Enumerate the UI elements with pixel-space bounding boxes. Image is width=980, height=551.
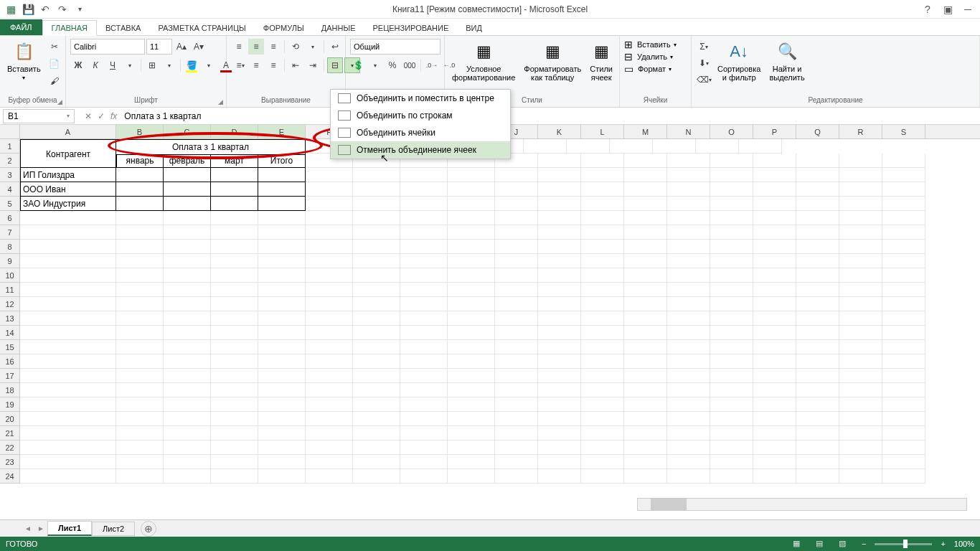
cell-P11[interactable] <box>753 283 796 297</box>
cell-L17[interactable] <box>581 369 624 383</box>
cell-K24[interactable] <box>538 469 581 484</box>
cell-H20[interactable] <box>400 412 448 426</box>
cell-P2[interactable] <box>753 154 796 168</box>
sheet-tab-1[interactable]: Лист1 <box>47 521 92 536</box>
sheet-nav-next[interactable]: ► <box>34 524 47 532</box>
cell-H12[interactable] <box>400 297 448 311</box>
cell-B3[interactable] <box>116 168 164 182</box>
cell-C17[interactable] <box>164 369 211 383</box>
cell-K7[interactable] <box>538 225 581 240</box>
row-header-4[interactable]: 4 <box>0 182 20 197</box>
cell-B5[interactable] <box>116 197 164 211</box>
cell-C20[interactable] <box>164 412 211 426</box>
cell-R23[interactable] <box>839 455 882 469</box>
cell-S4[interactable] <box>882 182 925 197</box>
cell-I3[interactable] <box>448 168 495 182</box>
cell-R20[interactable] <box>839 412 882 426</box>
cell-A8[interactable] <box>20 240 116 254</box>
cell-S18[interactable] <box>882 383 925 397</box>
cell-C12[interactable] <box>164 297 211 311</box>
fill-color-dropdown-icon[interactable]: ▾ <box>201 57 217 73</box>
cell-D22[interactable] <box>211 441 258 455</box>
cell-S8[interactable] <box>882 240 925 254</box>
cell-H8[interactable] <box>400 240 448 254</box>
ribbon-display-icon[interactable]: ▣ <box>941 3 954 16</box>
cell-K12[interactable] <box>538 297 581 311</box>
normal-view-button[interactable]: ▦ <box>793 539 807 549</box>
cell-S21[interactable] <box>882 426 925 441</box>
tab-page-layout[interactable]: РАЗМЕТКА СТРАНИЦЫ <box>149 21 254 35</box>
cell-N7[interactable] <box>667 225 710 240</box>
cell-G17[interactable] <box>353 369 400 383</box>
cell-R18[interactable] <box>839 383 882 397</box>
cell-O11[interactable] <box>710 283 753 297</box>
cell-R3[interactable] <box>839 168 882 182</box>
cell-A23[interactable] <box>20 455 116 469</box>
cell-I6[interactable] <box>448 211 495 225</box>
increase-decimal-button[interactable]: .0→ <box>424 57 440 73</box>
cell-A10[interactable] <box>20 268 116 283</box>
cell-J14[interactable] <box>495 326 538 340</box>
italic-button[interactable]: К <box>88 57 103 73</box>
cell-N15[interactable] <box>667 340 710 354</box>
horizontal-scrollbar[interactable] <box>637 498 967 511</box>
zoom-in-button[interactable]: + <box>941 540 945 548</box>
cell-J16[interactable] <box>495 354 538 369</box>
cell-R16[interactable] <box>839 354 882 369</box>
cell-A11[interactable] <box>20 283 116 297</box>
decrease-font-button[interactable]: A▾ <box>191 39 207 55</box>
cell-D8[interactable] <box>211 240 258 254</box>
cell-B14[interactable] <box>116 326 164 340</box>
cell-P12[interactable] <box>753 297 796 311</box>
cell-O8[interactable] <box>710 240 753 254</box>
cell-F23[interactable] <box>306 455 353 469</box>
cell-M9[interactable] <box>624 254 667 268</box>
cell-N14[interactable] <box>667 326 710 340</box>
cell-Q20[interactable] <box>796 412 839 426</box>
cell-G4[interactable] <box>353 182 400 197</box>
worksheet-grid[interactable]: ABCDEFGHIJKLMNOPQRS 1КонтрагентОплата з … <box>0 125 980 525</box>
cell-Q17[interactable] <box>796 369 839 383</box>
cell-M6[interactable] <box>624 211 667 225</box>
cell-M16[interactable] <box>624 354 667 369</box>
cell-J4[interactable] <box>495 182 538 197</box>
cell-L2[interactable] <box>581 154 624 168</box>
column-header-R[interactable]: R <box>839 125 882 138</box>
cell-B12[interactable] <box>116 297 164 311</box>
row-header-5[interactable]: 5 <box>0 197 20 211</box>
cell-E17[interactable] <box>258 369 306 383</box>
cell-M12[interactable] <box>624 297 667 311</box>
cell-D5[interactable] <box>211 197 258 211</box>
row-header-12[interactable]: 12 <box>0 297 20 311</box>
cell-I19[interactable] <box>448 397 495 412</box>
cell-H11[interactable] <box>400 283 448 297</box>
cell-E10[interactable] <box>258 268 306 283</box>
cell-B2[interactable]: январь <box>116 154 164 168</box>
cell-A4[interactable]: ООО Иван <box>20 182 116 197</box>
cell-D4[interactable] <box>211 182 258 197</box>
cell-G7[interactable] <box>353 225 400 240</box>
cell-Q18[interactable] <box>796 383 839 397</box>
cell-B7[interactable] <box>116 225 164 240</box>
column-header-N[interactable]: N <box>667 125 710 138</box>
cell-A7[interactable] <box>20 225 116 240</box>
cell-B11[interactable] <box>116 283 164 297</box>
row-header-14[interactable]: 14 <box>0 326 20 340</box>
cell-R19[interactable] <box>839 397 882 412</box>
redo-icon[interactable]: ↷ <box>56 3 69 16</box>
cell-O6[interactable] <box>710 211 753 225</box>
cell-N5[interactable] <box>667 197 710 211</box>
cell-L9[interactable] <box>581 254 624 268</box>
cell-E6[interactable] <box>258 211 306 225</box>
cell-K4[interactable] <box>538 182 581 197</box>
cell-F21[interactable] <box>306 426 353 441</box>
cell-styles-button[interactable]: ▦ Стили ячеек <box>587 39 616 83</box>
cell-F5[interactable] <box>306 197 353 211</box>
cell-O10[interactable] <box>710 268 753 283</box>
cell-F16[interactable] <box>306 354 353 369</box>
cell-Q19[interactable] <box>796 397 839 412</box>
cell-M4[interactable] <box>624 182 667 197</box>
row-header-21[interactable]: 21 <box>0 426 20 441</box>
cell-J10[interactable] <box>495 268 538 283</box>
cell-C16[interactable] <box>164 354 211 369</box>
